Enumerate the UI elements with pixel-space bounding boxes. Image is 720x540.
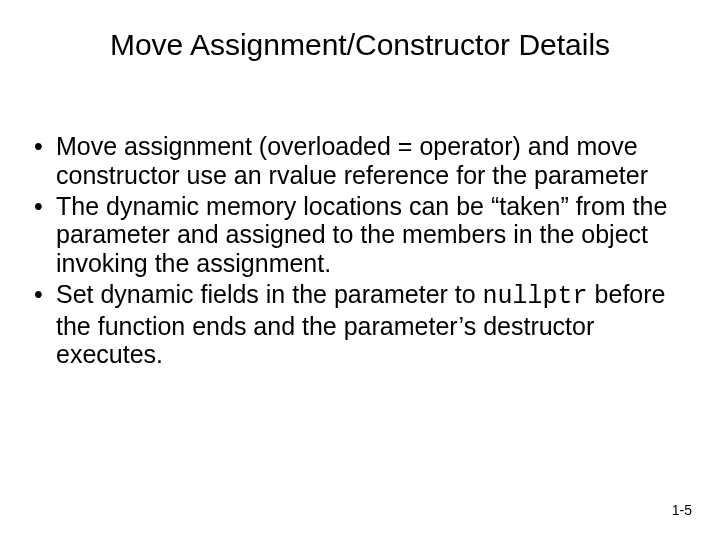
bullet-item: • The dynamic memory locations can be “t…: [34, 192, 690, 278]
slide-title: Move Assignment/Constructor Details: [30, 28, 690, 62]
slide: Move Assignment/Constructor Details • Mo…: [0, 0, 720, 540]
bullet-text: The dynamic memory locations can be “tak…: [56, 192, 690, 278]
code-literal: nullptr: [483, 282, 588, 311]
bullet-text-a: Set dynamic fields in the parameter to: [56, 280, 483, 308]
slide-body: • Move assignment (overloaded = operator…: [30, 132, 690, 369]
bullet-dot-icon: •: [34, 192, 56, 278]
bullet-dot-icon: •: [34, 280, 56, 369]
page-number: 1-5: [672, 502, 692, 518]
bullet-item: • Set dynamic fields in the parameter to…: [34, 280, 690, 369]
bullet-text: Set dynamic fields in the parameter to n…: [56, 280, 690, 369]
bullet-item: • Move assignment (overloaded = operator…: [34, 132, 690, 190]
bullet-text: Move assignment (overloaded = operator) …: [56, 132, 690, 190]
bullet-dot-icon: •: [34, 132, 56, 190]
